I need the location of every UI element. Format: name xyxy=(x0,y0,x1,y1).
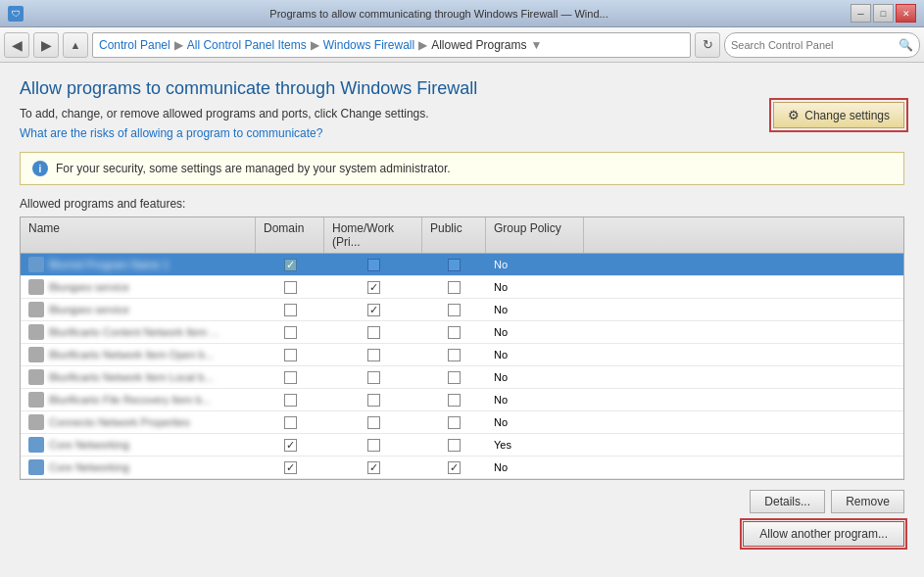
home-checkbox[interactable] xyxy=(367,394,380,407)
app-name: Blurqpeo service xyxy=(49,304,129,315)
row-name-cell: Blurqpeo service xyxy=(21,276,256,298)
table-row[interactable]: Connecto Network Properties No xyxy=(21,411,903,434)
row-gp-cell: No xyxy=(486,346,584,363)
table-row[interactable]: Core Networking Yes xyxy=(21,434,903,457)
search-icon[interactable]: 🔍 xyxy=(899,38,913,52)
row-home-cell xyxy=(324,301,422,319)
public-checkbox[interactable] xyxy=(448,461,461,474)
details-button[interactable]: Details... xyxy=(750,490,825,513)
table-header: Name Domain Home/Work (Pri... Public Gro… xyxy=(21,217,903,254)
home-checkbox[interactable] xyxy=(367,259,380,271)
row-home-cell xyxy=(324,413,422,432)
domain-checkbox[interactable] xyxy=(284,349,297,361)
app-icon xyxy=(28,302,44,317)
table-row[interactable]: Blurqpeo service No xyxy=(21,299,903,321)
home-checkbox[interactable] xyxy=(367,461,380,474)
row-public-cell xyxy=(422,301,486,319)
remove-button[interactable]: Remove xyxy=(831,490,904,513)
row-gp-cell: No xyxy=(486,256,584,273)
forward-button[interactable]: ▶ xyxy=(33,32,59,58)
change-settings-label: Change settings xyxy=(804,109,890,122)
header-left: Allow programs to communicate through Wi… xyxy=(20,78,773,140)
breadcrumb-all-items[interactable]: All Control Panel Items xyxy=(187,38,307,52)
info-text: For your security, some settings are man… xyxy=(56,162,451,175)
refresh-button[interactable]: ↻ xyxy=(695,32,720,58)
window-controls: ─ □ ✕ xyxy=(851,4,916,23)
home-checkbox[interactable] xyxy=(367,416,380,429)
page-help-link[interactable]: What are the risks of allowing a program… xyxy=(20,126,322,140)
row-home-cell xyxy=(324,346,422,364)
row-home-cell xyxy=(324,436,422,455)
row-name-cell: Core Networking xyxy=(21,457,256,478)
domain-checkbox[interactable] xyxy=(284,394,297,407)
button-row: Details... Remove xyxy=(20,490,904,513)
minimize-button[interactable]: ─ xyxy=(851,4,871,23)
domain-checkbox[interactable] xyxy=(284,259,297,271)
table-row[interactable]: Blurqpeo service No xyxy=(21,276,903,299)
breadcrumb-windows-firewall[interactable]: Windows Firewall xyxy=(323,38,414,52)
row-public-cell xyxy=(422,256,486,274)
home-checkbox[interactable] xyxy=(367,439,380,452)
public-checkbox[interactable] xyxy=(448,416,461,429)
back-button[interactable]: ◀ xyxy=(4,32,29,58)
table-row[interactable]: Blurred Program Name 1 No xyxy=(21,254,903,276)
public-checkbox[interactable] xyxy=(448,439,461,452)
table-row[interactable]: Blurificarto File Recovery Item b... No xyxy=(21,389,903,411)
home-checkbox[interactable] xyxy=(367,326,380,339)
allow-another-program-button[interactable]: Allow another program... xyxy=(743,521,904,547)
public-checkbox[interactable] xyxy=(448,304,461,316)
breadcrumb-dropdown-icon[interactable]: ▼ xyxy=(531,38,543,52)
row-home-cell xyxy=(324,391,422,409)
maximize-button[interactable]: □ xyxy=(873,4,894,23)
close-button[interactable]: ✕ xyxy=(896,4,916,23)
programs-table: Name Domain Home/Work (Pri... Public Gro… xyxy=(20,216,904,480)
home-checkbox[interactable] xyxy=(367,349,380,361)
domain-checkbox[interactable] xyxy=(284,304,297,316)
app-name: Blurificarto Content Network Item ... xyxy=(49,326,219,338)
col-domain: Domain xyxy=(256,217,324,253)
row-gp-cell: No xyxy=(486,368,584,386)
public-checkbox[interactable] xyxy=(448,281,461,294)
change-settings-button[interactable]: ⚙ Change settings xyxy=(773,102,904,128)
row-public-cell xyxy=(422,391,486,409)
row-home-cell xyxy=(324,458,422,477)
search-input[interactable] xyxy=(731,39,895,51)
app-name: Core Networking xyxy=(49,439,129,451)
domain-checkbox[interactable] xyxy=(284,281,297,294)
domain-checkbox[interactable] xyxy=(284,416,297,429)
search-bar: 🔍 xyxy=(724,32,920,58)
app-icon xyxy=(28,392,44,408)
table-row[interactable]: Blurificarto Network Item Local b... No xyxy=(21,366,903,389)
app-icon xyxy=(28,437,44,453)
public-checkbox[interactable] xyxy=(448,371,461,384)
breadcrumb-control-panel[interactable]: Control Panel xyxy=(99,38,170,52)
row-public-cell xyxy=(422,368,486,387)
main-content: Allow programs to communicate through Wi… xyxy=(0,63,924,577)
domain-checkbox[interactable] xyxy=(284,371,297,384)
home-checkbox[interactable] xyxy=(367,371,380,384)
home-checkbox[interactable] xyxy=(367,281,380,294)
table-row[interactable]: Blurificarto Network Item Open b... No xyxy=(21,344,903,366)
app-name: Blurificarto Network Item Open b... xyxy=(49,349,214,361)
public-checkbox[interactable] xyxy=(448,326,461,339)
page-subtitle: To add, change, or remove allowed progra… xyxy=(20,107,773,120)
domain-checkbox[interactable] xyxy=(284,461,297,474)
col-name: Name xyxy=(21,217,256,253)
folder-up-button[interactable]: ▲ xyxy=(63,32,88,58)
app-icon xyxy=(28,324,44,340)
row-home-cell xyxy=(324,256,422,274)
nav-bar: ◀ ▶ ▲ Control Panel ▶ All Control Panel … xyxy=(0,27,924,63)
table-row[interactable]: Core Networking No xyxy=(21,457,903,479)
app-name: Blurificarto Network Item Local b... xyxy=(49,371,214,383)
row-gp-cell: No xyxy=(486,458,584,476)
public-checkbox[interactable] xyxy=(448,394,461,407)
home-checkbox[interactable] xyxy=(367,304,380,316)
row-name-cell: Core Networking xyxy=(21,434,256,456)
public-checkbox[interactable] xyxy=(448,259,461,271)
table-row[interactable]: Blurificarto Content Network Item ... No xyxy=(21,321,903,344)
public-checkbox[interactable] xyxy=(448,349,461,361)
domain-checkbox[interactable] xyxy=(284,439,297,452)
row-home-cell xyxy=(324,323,422,342)
domain-checkbox[interactable] xyxy=(284,326,297,339)
app-icon xyxy=(28,459,44,475)
